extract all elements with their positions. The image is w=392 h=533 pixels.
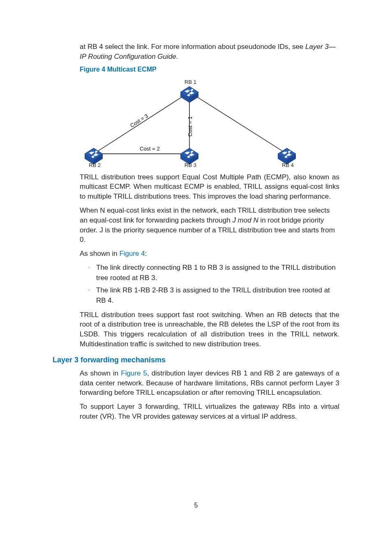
label-rb3: RB 3 xyxy=(184,162,196,168)
l3-a-a: As shown in xyxy=(80,369,121,377)
intro-text-b: . xyxy=(176,53,178,60)
page-number: 5 xyxy=(0,502,392,509)
intro-text-a: at RB 4 select the link. For more inform… xyxy=(80,43,305,51)
para-fastroot: TRILL distribution trees support fast ro… xyxy=(80,310,339,349)
svg-line-2 xyxy=(189,92,287,154)
figure-4-title: Figure 4 Multicast ECMP xyxy=(80,66,339,73)
label-cost-2: Cost = 2 xyxy=(140,146,160,152)
figure-4-link[interactable]: Figure 4 xyxy=(119,250,145,257)
para-ecmp-intro: TRILL distribution trees support Equal C… xyxy=(80,172,339,202)
para-fig4-ref: As shown in Figure 4: xyxy=(80,249,339,259)
svg-line-0 xyxy=(94,92,189,154)
list-item: The link RB 1-RB 2-RB 3 is assigned to t… xyxy=(90,285,339,306)
label-rb1: RB 1 xyxy=(184,79,196,85)
li1-text: The link directly connecting RB 1 to RB … xyxy=(96,264,336,282)
intro-paragraph: at RB 4 select the link. For more inform… xyxy=(80,42,339,62)
li2-text: The link RB 1-RB 2-RB 3 is assigned to t… xyxy=(96,286,330,304)
section-l3-title: Layer 3 forwarding mechanisms xyxy=(53,356,339,364)
label-rb4: RB 4 xyxy=(282,162,294,168)
label-cost-1: Cost = 1 xyxy=(187,116,193,137)
para-l3-a: As shown in Figure 5, distribution layer… xyxy=(80,368,339,398)
fig4ref-b: : xyxy=(145,250,147,257)
bullet-list: The link directly connecting RB 1 to RB … xyxy=(80,263,339,306)
list-item: The link directly connecting RB 1 to RB … xyxy=(90,263,339,283)
para-l3-b: To support Layer 3 forwarding, TRILL vir… xyxy=(80,402,339,422)
label-rb2: RB 2 xyxy=(89,162,101,168)
para-jmodn: When N equal-cost links exist in the net… xyxy=(80,206,339,245)
fig4ref-a: As shown in xyxy=(80,250,119,257)
figure-4-diagram: RB 1 RB 2 RB 3 RB 4 Cost = 3 Cost = 1 Co… xyxy=(80,76,302,168)
figure-5-link[interactable]: Figure 5 xyxy=(121,369,147,377)
jmodn-italic: J mod N xyxy=(232,216,258,224)
